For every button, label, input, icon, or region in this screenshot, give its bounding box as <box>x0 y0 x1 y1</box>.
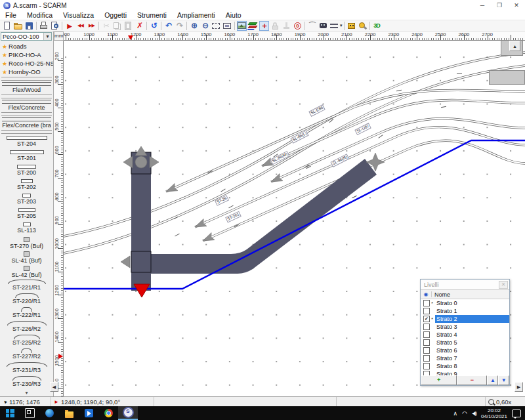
lib-item-ST-226/R2[interactable]: ST-226/R2 <box>0 321 53 333</box>
lib-item-ST-205[interactable]: ST-205 <box>0 208 53 220</box>
layer-row-Strato 8[interactable]: Strato 8 <box>421 362 509 370</box>
layer-name[interactable]: Strato 4 <box>435 331 509 339</box>
road-shapes[interactable] <box>131 152 377 291</box>
layer-row-Strato 4[interactable]: Strato 4 <box>421 331 509 339</box>
layer-row-Strato 5[interactable]: Strato 5 <box>421 339 509 346</box>
layer-visibility-checkbox[interactable] <box>423 331 430 338</box>
menu-aiuto[interactable]: Aiuto <box>220 11 247 19</box>
minimize-button[interactable]: ─ <box>474 1 491 10</box>
move-layer-up-button[interactable]: ▲ <box>487 375 498 385</box>
menu-strumenti[interactable]: Strumenti <box>132 11 172 19</box>
library-selector[interactable]: Peco-OO-100 ▾ <box>1 32 52 41</box>
move-layer-down-button[interactable]: ▼ <box>498 375 509 385</box>
layer-name[interactable]: Strato 6 <box>435 346 509 354</box>
lib-item-ST-227/R2[interactable]: ST-227/R2 <box>0 348 53 361</box>
lib-item-ST-220/R1[interactable]: ST-220/R1 <box>0 293 53 306</box>
paste-button[interactable] <box>123 21 133 31</box>
lib-item-ST-204[interactable]: ST-204 <box>0 136 53 148</box>
layer-visibility-checkbox[interactable] <box>423 347 430 354</box>
menu-visualizza[interactable]: Visualizza <box>58 11 99 19</box>
menu-oggetti[interactable]: Oggetti <box>99 11 132 19</box>
lib-item-ST-230/R3[interactable]: ST-230/R3 <box>0 376 53 387</box>
layer-name[interactable]: Strato 5 <box>435 339 509 346</box>
lib-item-ST-201[interactable]: ST-201 <box>0 150 53 163</box>
menu-ampliamenti[interactable]: Ampliamenti <box>172 11 220 19</box>
lib-item-PIKO-HO-A[interactable]: ★PIKO-HO-A <box>0 51 53 59</box>
cut-button[interactable]: ✂ <box>101 21 111 31</box>
lib-item-ST-231/R3[interactable]: ST-231/R3 <box>0 362 53 375</box>
undo-button[interactable]: ↶ <box>163 21 173 31</box>
lib-item-Flex/Wood[interactable]: Flex/Wood <box>0 82 53 94</box>
layer-row-Strato 6[interactable]: Strato 6 <box>421 346 509 354</box>
view-3d-button[interactable]: 3D <box>372 21 382 31</box>
remove-layer-button[interactable]: − <box>457 375 487 385</box>
layer-name[interactable]: Strato 2 <box>435 315 509 323</box>
train-button[interactable] <box>318 21 328 31</box>
stop-red-button[interactable]: 0 <box>293 21 303 31</box>
layer-visibility-checkbox[interactable] <box>423 355 430 362</box>
taskbar-start-button[interactable] <box>0 406 20 420</box>
tray-chevron-icon[interactable]: ∧ <box>453 410 457 417</box>
taskbar-edge-button[interactable] <box>39 406 59 420</box>
copy-button[interactable] <box>112 21 122 31</box>
open-button[interactable] <box>13 21 23 31</box>
layer-name[interactable]: Strato 8 <box>435 362 509 370</box>
scroll-up-button[interactable]: ▲ <box>509 41 520 51</box>
undo-all-button[interactable]: ↺ <box>149 21 159 31</box>
lib-item-SL-41 (Buf)[interactable]: SL-41 (Buf) <box>0 251 53 264</box>
layer-row-Strato 0[interactable]: *Strato 0 <box>421 299 509 307</box>
lock-button[interactable] <box>270 21 280 31</box>
lib-item-ST-222/R1[interactable]: ST-222/R1 <box>0 307 53 320</box>
stamp-button[interactable] <box>282 21 291 31</box>
layers-button[interactable] <box>248 21 258 31</box>
print-button[interactable] <box>39 21 49 31</box>
layer-name[interactable]: Strato 3 <box>435 323 509 331</box>
taskbar-explorer-button[interactable] <box>59 406 79 420</box>
zoom-out-button[interactable]: ⊖ <box>200 21 210 31</box>
first-person-button[interactable] <box>346 21 356 31</box>
save-button[interactable] <box>24 21 34 31</box>
notification-center-icon[interactable] <box>512 410 521 417</box>
layer-visibility-checkbox[interactable] <box>423 300 430 306</box>
taskbar-media-app-button[interactable] <box>79 406 98 420</box>
lib-item-ST-221/R1[interactable]: ST-221/R1 <box>0 280 53 292</box>
lib-item-ST-203[interactable]: ST-203 <box>0 194 53 206</box>
delete-button[interactable]: ✗ <box>135 21 144 31</box>
taskbar-task-view-button[interactable] <box>20 406 39 420</box>
wifi-icon[interactable]: ◠ <box>462 410 467 417</box>
flat-view-dropdown-icon[interactable]: ▾ <box>340 23 343 28</box>
maximize-button[interactable]: ❐ <box>491 1 508 10</box>
select-area-button[interactable] <box>211 21 221 31</box>
tape-measure-button[interactable] <box>358 21 368 31</box>
lib-item-ST-200[interactable]: ST-200 <box>0 165 53 177</box>
layer-row-Strato 3[interactable]: Strato 3 <box>421 323 509 331</box>
bridge-button[interactable]: ⌒ <box>307 21 317 31</box>
taskbar-chrome-button[interactable] <box>98 406 118 420</box>
layer-row-Strato 7[interactable]: Strato 7 <box>421 354 509 362</box>
layer-visibility-checkbox[interactable] <box>423 308 430 314</box>
close-icon[interactable]: ✕ <box>499 281 508 289</box>
next-point-button[interactable]: ▶▶ <box>87 21 96 31</box>
scroll-right-button[interactable]: ▶ <box>514 382 523 392</box>
fit-view-button[interactable] <box>222 21 232 31</box>
layer-visibility-checkbox[interactable] <box>423 339 430 346</box>
layer-visibility-checkbox[interactable] <box>423 363 430 369</box>
taskbar-scarm-button[interactable]: S <box>118 406 138 420</box>
layer-name[interactable]: Strato 7 <box>435 354 509 362</box>
zoom-in-button[interactable]: ⊕ <box>189 21 199 31</box>
lib-item-ST-202[interactable]: ST-202 <box>0 179 53 192</box>
redo-button[interactable]: ↷ <box>175 21 184 31</box>
lib-item-Flex/Concrete (bra[interactable]: Flex/Concrete (bra <box>0 117 53 129</box>
measures-button[interactable]: + <box>259 21 269 31</box>
lib-item-SL-42 (Buf)[interactable]: SL-42 (Buf) <box>0 266 53 278</box>
add-layer-button[interactable]: + <box>421 375 457 385</box>
menu-modifica[interactable]: Modifica <box>22 11 58 19</box>
clock[interactable]: 20:02 04/10/2021 <box>481 408 507 419</box>
chevron-down-icon[interactable]: ▾ <box>43 33 51 40</box>
lib-item-Roco-HO-25-NS[interactable]: ★Roco-HO-25-NS <box>0 59 53 68</box>
library-scroll-down-icon[interactable]: ▾ <box>0 390 53 396</box>
background-image-button[interactable] <box>237 21 247 31</box>
scroll-left-button[interactable]: ◀ <box>50 382 58 392</box>
prev-point-button[interactable]: ◀◀ <box>75 21 85 31</box>
layer-name[interactable]: Strato 0 <box>435 299 509 307</box>
